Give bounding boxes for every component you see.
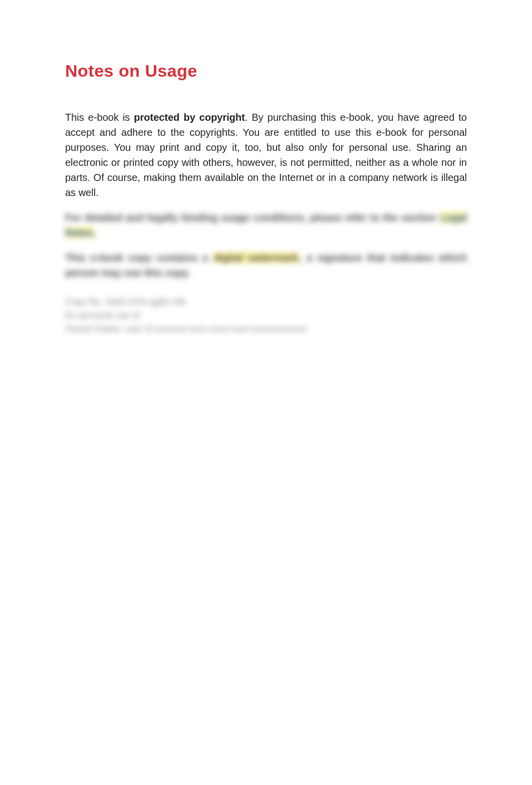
blurred-footer-line-2: for personal use of bbox=[65, 309, 467, 322]
blurred-footer-line-1: Copy No. 4w6n-67tn-gg5t-ndb bbox=[65, 295, 467, 309]
para1-suffix: . By purchasing this e-book, you have ag… bbox=[65, 112, 467, 198]
blurred-line1a: For detailed and legally binding usage c… bbox=[65, 212, 440, 223]
page-content: Notes on Usage This e-book is protected … bbox=[0, 0, 532, 336]
para1-prefix: This e-book is bbox=[65, 112, 134, 123]
blurred-footer-line-3: Harold Clarke, user id xxxxxxx-xxxx-xxxx… bbox=[65, 322, 467, 336]
blurred-line2a: This e-book copy contains a bbox=[65, 252, 213, 263]
blurred-highlight-watermark: digital watermark bbox=[213, 252, 300, 263]
blurred-line-1: For detailed and legally binding usage c… bbox=[65, 210, 467, 240]
blurred-preview-section: For detailed and legally binding usage c… bbox=[65, 210, 467, 336]
page-heading: Notes on Usage bbox=[65, 61, 467, 81]
blurred-line-2: This e-book copy contains a digital wate… bbox=[65, 250, 467, 280]
blurred-line1c: . bbox=[94, 227, 97, 238]
copyright-paragraph: This e-book is protected by copyright. B… bbox=[65, 110, 467, 200]
para1-bold: protected by copyright bbox=[134, 112, 245, 123]
blurred-footer: Copy No. 4w6n-67tn-gg5t-ndb for personal… bbox=[65, 295, 467, 336]
